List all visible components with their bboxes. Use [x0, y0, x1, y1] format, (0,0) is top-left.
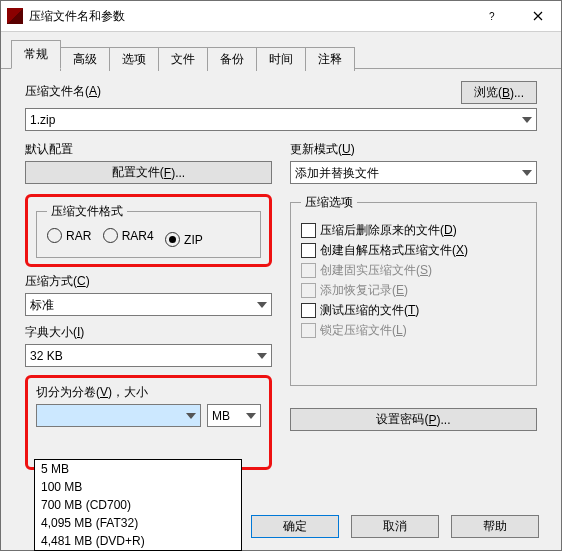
- update-mode-label: 更新模式(U): [290, 141, 537, 158]
- app-icon: [7, 8, 23, 24]
- archive-format-legend: 压缩文件格式: [47, 203, 127, 220]
- option-d[interactable]: 压缩后删除原来的文件(D): [301, 222, 526, 239]
- dictionary-size-label: 字典大小(I): [25, 324, 272, 341]
- option-e: 添加恢复记录(E): [301, 282, 526, 299]
- dictionary-size-select[interactable]: 32 KB: [25, 344, 272, 367]
- cancel-button[interactable]: 取消: [351, 515, 439, 538]
- update-mode-select[interactable]: 添加并替换文件: [290, 161, 537, 184]
- tab-time[interactable]: 时间: [256, 47, 306, 71]
- option-s: 创建固实压缩文件(S): [301, 262, 526, 279]
- option-x[interactable]: 创建自解压格式压缩文件(X): [301, 242, 526, 259]
- close-button[interactable]: [515, 1, 561, 31]
- split-volumes-label: 切分为分卷(V)，大小: [36, 384, 261, 401]
- help-button[interactable]: ?: [469, 1, 515, 31]
- svg-text:?: ?: [489, 11, 495, 21]
- split-option[interactable]: 5 MB: [35, 460, 241, 478]
- archive-dialog: 压缩文件名和参数 ? 常规 高级 选项 文件 备份 时间 注释 压缩文件名(A)…: [0, 0, 562, 551]
- window-title: 压缩文件名和参数: [29, 8, 469, 25]
- compression-method-select[interactable]: 标准: [25, 293, 272, 316]
- tab-advanced[interactable]: 高级: [60, 47, 110, 71]
- tab-backup[interactable]: 备份: [207, 47, 257, 71]
- split-size-select[interactable]: [36, 404, 201, 427]
- split-option[interactable]: 4,481 MB (DVD+R): [35, 532, 241, 550]
- tab-files[interactable]: 文件: [158, 47, 208, 71]
- format-highlight: 压缩文件格式 RAR RAR4 ZIP: [25, 194, 272, 267]
- split-size-dropdown-list: 5 MB 100 MB 700 MB (CD700) 4,095 MB (FAT…: [34, 459, 242, 551]
- archiving-options-group: 压缩选项 压缩后删除原来的文件(D)创建自解压格式压缩文件(X)创建固实压缩文件…: [290, 194, 537, 386]
- set-password-button[interactable]: 设置密码(P)...: [290, 408, 537, 431]
- tab-bar: 常规 高级 选项 文件 备份 时间 注释: [1, 38, 561, 69]
- profiles-button[interactable]: 配置文件(F)...: [25, 161, 272, 184]
- archive-name-label: 压缩文件名(A): [25, 83, 101, 100]
- default-profile-label: 默认配置: [25, 141, 272, 158]
- archive-name-input[interactable]: 1.zip: [25, 108, 537, 131]
- archive-format-group: 压缩文件格式 RAR RAR4 ZIP: [36, 203, 261, 258]
- tab-comment[interactable]: 注释: [305, 47, 355, 71]
- option-l: 锁定压缩文件(L): [301, 322, 526, 339]
- titlebar: 压缩文件名和参数 ?: [1, 1, 561, 32]
- browse-button[interactable]: 浏览(B)...: [461, 81, 537, 104]
- archiving-options-legend: 压缩选项: [301, 194, 357, 211]
- format-zip[interactable]: ZIP: [165, 232, 203, 247]
- tab-general[interactable]: 常规: [11, 40, 61, 69]
- compression-method-label: 压缩方式(C): [25, 273, 272, 290]
- option-t[interactable]: 测试压缩的文件(T): [301, 302, 526, 319]
- split-unit-select[interactable]: MB: [207, 404, 261, 427]
- split-option[interactable]: 100 MB: [35, 478, 241, 496]
- split-option[interactable]: 4,095 MB (FAT32): [35, 514, 241, 532]
- format-rar4[interactable]: RAR4: [103, 228, 154, 243]
- split-option[interactable]: 700 MB (CD700): [35, 496, 241, 514]
- format-rar[interactable]: RAR: [47, 228, 91, 243]
- help-footer-button[interactable]: 帮助: [451, 515, 539, 538]
- tab-options[interactable]: 选项: [109, 47, 159, 71]
- split-highlight: 切分为分卷(V)，大小 MB: [25, 375, 272, 470]
- ok-button[interactable]: 确定: [251, 515, 339, 538]
